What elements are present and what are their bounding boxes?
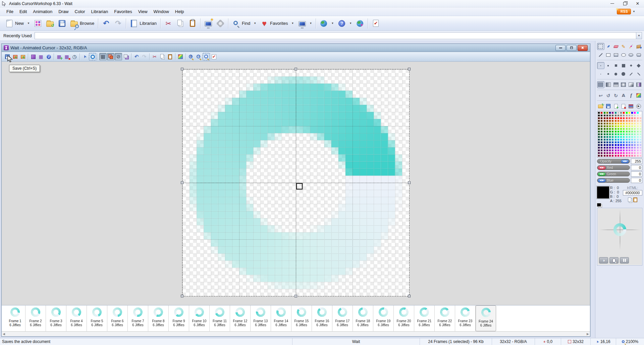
palette-color[interactable] <box>600 144 603 146</box>
palette-color[interactable] <box>631 138 633 141</box>
palette-color[interactable] <box>606 128 608 130</box>
palette-color[interactable] <box>620 133 622 135</box>
palette-color[interactable] <box>637 133 639 135</box>
palette-color[interactable] <box>614 147 617 149</box>
palette-color[interactable] <box>617 149 620 152</box>
palette-color[interactable] <box>603 155 606 157</box>
palette-color[interactable] <box>603 114 606 117</box>
palette-color[interactable] <box>637 147 639 149</box>
palette-color[interactable] <box>631 120 633 122</box>
palette-color[interactable] <box>598 141 600 143</box>
menu-view[interactable]: View <box>135 8 151 15</box>
palette-color[interactable] <box>614 133 617 135</box>
palette-color[interactable] <box>623 152 625 154</box>
preview-pause-button[interactable] <box>620 257 629 264</box>
rect-button[interactable] <box>605 51 612 58</box>
browse-button[interactable]: Browse <box>68 17 96 30</box>
selection-handle[interactable] <box>408 295 411 297</box>
palette-color[interactable] <box>603 136 606 138</box>
frame-8[interactable]: Frame 86 Jiffies <box>148 305 169 331</box>
selection-handle[interactable] <box>408 181 411 184</box>
palette-color[interactable] <box>637 144 639 146</box>
palette-color[interactable] <box>617 147 620 149</box>
palette-color[interactable] <box>606 141 608 143</box>
palette-color[interactable] <box>598 122 600 125</box>
palette-color[interactable] <box>603 138 606 141</box>
palette-color[interactable] <box>623 141 625 143</box>
palette-color[interactable] <box>634 120 636 122</box>
palette-color[interactable] <box>620 122 622 125</box>
palette-lines-button[interactable] <box>628 103 635 110</box>
palette-color[interactable] <box>628 155 631 157</box>
palette-color[interactable] <box>626 120 628 122</box>
doc-restore-button[interactable] <box>567 45 577 51</box>
palette-color[interactable] <box>634 125 636 127</box>
palette-color[interactable] <box>626 141 628 143</box>
palette-color[interactable] <box>603 152 606 154</box>
palette-color[interactable] <box>626 133 628 135</box>
frame-15[interactable]: Frame 156 Jiffies <box>291 305 312 331</box>
palette-color[interactable] <box>611 128 614 130</box>
palette-color[interactable] <box>620 114 622 117</box>
frame-22[interactable]: Frame 226 Jiffies <box>435 305 455 331</box>
test-dropdown-icon[interactable]: ▼ <box>310 22 312 25</box>
palette-color[interactable] <box>611 141 614 143</box>
web-dropdown-icon[interactable]: ▼ <box>331 22 334 25</box>
scroll-right-icon[interactable]: ▶ <box>587 332 589 336</box>
palette-color[interactable] <box>614 122 617 125</box>
doc-toolbar-info-button[interactable] <box>45 53 52 60</box>
grad-radial-button[interactable] <box>620 81 627 88</box>
menu-help[interactable]: Help <box>172 8 187 15</box>
palette-color[interactable] <box>628 147 631 149</box>
copy-color-icon[interactable] <box>628 197 631 202</box>
palette-color[interactable] <box>631 117 633 119</box>
selection-handle[interactable] <box>181 295 183 297</box>
line-button[interactable] <box>597 51 604 58</box>
palette-folder-open-button[interactable] <box>597 103 604 110</box>
palette-color[interactable] <box>609 141 611 143</box>
blue-slider[interactable]: Blue◀ ▶ <box>597 178 630 183</box>
pencil-button[interactable] <box>620 43 627 50</box>
palette-color[interactable] <box>617 133 620 135</box>
palette-color[interactable] <box>598 138 600 141</box>
scroll-left-icon[interactable]: ◀ <box>3 332 5 336</box>
frame-14[interactable]: Frame 146 Jiffies <box>271 305 291 331</box>
paste-color-icon[interactable] <box>633 197 637 202</box>
size-rnd4-button[interactable] <box>620 70 627 77</box>
favorites-button[interactable]: ♥ Favorites ▼ <box>258 17 296 30</box>
doc-toolbar-zoom-out-button[interactable] <box>195 53 202 60</box>
palette-color[interactable] <box>611 152 614 154</box>
doc-toolbar-check-button[interactable] <box>210 53 218 60</box>
palette-color[interactable] <box>606 144 608 146</box>
palette-color[interactable] <box>598 120 600 122</box>
palette-color[interactable] <box>628 130 631 133</box>
palette-color[interactable] <box>603 125 606 127</box>
palette-color[interactable] <box>623 144 625 146</box>
palette-color[interactable] <box>626 130 628 133</box>
palette-color[interactable] <box>631 144 633 146</box>
palette-color[interactable] <box>598 114 600 117</box>
frame-5[interactable]: Frame 56 Jiffies <box>87 305 107 331</box>
screen-capture-button[interactable] <box>202 17 214 30</box>
rotate-right-button[interactable] <box>612 92 620 99</box>
palette-color[interactable] <box>626 125 628 127</box>
palette-color[interactable] <box>598 147 600 149</box>
frame-23[interactable]: Frame 236 Jiffies <box>455 305 476 331</box>
palette-color[interactable] <box>598 136 600 138</box>
palette-color[interactable] <box>606 147 608 149</box>
palette-color[interactable] <box>614 149 617 152</box>
recently-used-combobox[interactable]: ▼ <box>35 32 642 39</box>
palette-color[interactable] <box>603 141 606 143</box>
recently-used-input[interactable] <box>35 33 636 39</box>
new-button[interactable]: New ▼ <box>3 17 32 30</box>
palette-color[interactable] <box>600 152 603 154</box>
palette-color[interactable] <box>631 133 633 135</box>
document-title-bar[interactable]: Wait - Animated Cursor - 32x32, RGB/A ✖ <box>2 44 590 52</box>
slider-spin-buttons[interactable]: ◀ ▶ <box>598 172 606 176</box>
select-button[interactable] <box>597 43 604 50</box>
palette-color[interactable] <box>617 114 620 117</box>
palette-color[interactable] <box>603 130 606 133</box>
palette-color[interactable] <box>639 144 642 146</box>
palette-color[interactable] <box>611 136 614 138</box>
palette-color[interactable] <box>631 136 633 138</box>
